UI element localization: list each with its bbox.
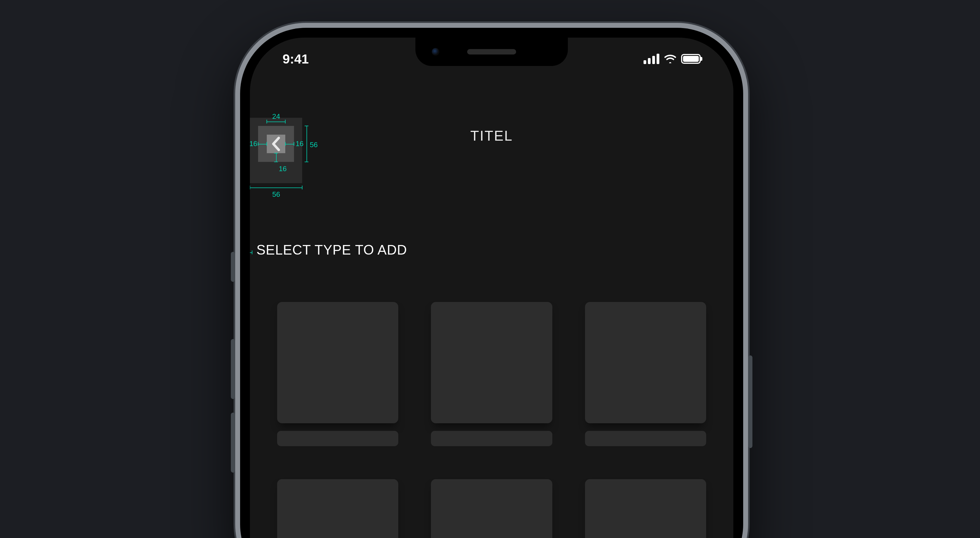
spec-ruler (307, 126, 307, 162)
back-button-icon-box (267, 135, 285, 153)
spec-ruler-cap (285, 142, 286, 146)
type-thumbnail (277, 302, 398, 423)
type-thumbnail (431, 479, 552, 538)
wifi-icon (664, 54, 676, 63)
type-thumbnail (585, 479, 706, 538)
spec-ruler (276, 153, 277, 162)
spec-label: 16 (296, 139, 304, 148)
spec-ruler (267, 121, 285, 122)
spec-ruler (285, 144, 294, 144)
spec-ruler-cap (274, 153, 278, 153)
notch (415, 38, 568, 66)
side-button-mute (231, 252, 235, 282)
spec-ruler-cap (258, 142, 258, 146)
type-card[interactable] (585, 479, 706, 538)
type-card[interactable] (277, 302, 398, 446)
status-time: 9:41 (283, 51, 309, 67)
phone-bezel: 9:41 (240, 28, 743, 538)
signal-icon (644, 54, 659, 64)
side-button-power (748, 355, 752, 448)
spec-ruler-cap (305, 161, 309, 162)
spec-ruler-subtitle: 16 (250, 246, 253, 254)
type-thumbnail (585, 302, 706, 423)
battery-icon (681, 54, 701, 64)
front-camera (432, 48, 439, 56)
spec-label: 16 (279, 164, 286, 173)
type-thumbnail (277, 479, 398, 538)
spec-ruler (250, 187, 302, 188)
spec-ruler-cap (250, 185, 250, 189)
section-subtitle: SELECT TYPE TO ADD (256, 242, 407, 258)
spec-ruler-cap (302, 185, 302, 189)
type-card[interactable] (277, 479, 398, 538)
spec-ruler-cap (294, 142, 294, 146)
spec-ruler-cap (267, 142, 267, 146)
type-label-placeholder (431, 431, 552, 446)
spec-label: 56 (310, 140, 318, 149)
spec-ruler (258, 144, 267, 144)
spec-ruler-cap (274, 161, 278, 162)
type-label-placeholder (585, 431, 706, 446)
subtitle-row: 16 SELECT TYPE TO ADD (250, 242, 733, 258)
type-thumbnail (431, 302, 552, 423)
spec-ruler-cap (267, 120, 267, 123)
type-grid-row2 (277, 479, 706, 538)
back-button-spec-overlay: 24 16 16 56 (250, 111, 323, 207)
speaker-grille (467, 49, 516, 54)
screen: 9:41 (250, 38, 733, 538)
type-card[interactable] (585, 302, 706, 446)
type-label-placeholder (277, 431, 398, 446)
side-button-volume-up (231, 339, 235, 399)
page-title: TITEL (470, 128, 513, 144)
phone-frame: 9:41 (235, 23, 748, 538)
type-card[interactable] (431, 302, 552, 446)
type-card[interactable] (431, 479, 552, 538)
spec-ruler-cap (305, 126, 309, 126)
status-indicators (644, 54, 701, 64)
chevron-left-icon (270, 136, 282, 152)
side-button-volume-down (231, 413, 235, 473)
type-grid (277, 302, 706, 446)
spec-ruler-cap (285, 120, 286, 123)
spec-label: 16 (250, 139, 257, 148)
spec-label: 24 (272, 112, 280, 121)
spec-label: 56 (272, 190, 280, 199)
